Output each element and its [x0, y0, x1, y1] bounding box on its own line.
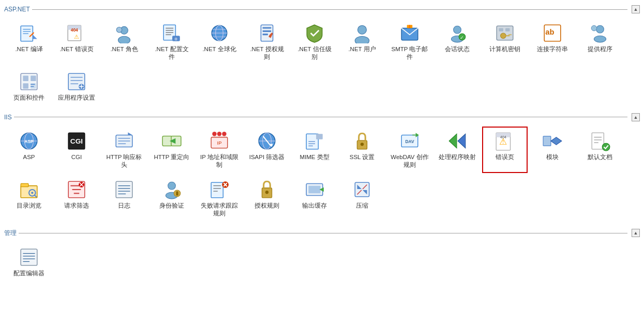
svg-point-29	[355, 36, 369, 43]
svg-point-33	[454, 26, 461, 34]
authz-rules-icon	[257, 179, 277, 200]
svg-point-11	[116, 27, 122, 33]
icon-item-machine-key[interactable]: 计算机密钥	[482, 19, 528, 65]
pages-controls-icon	[19, 71, 39, 92]
collapse-button-iis[interactable]: ▲	[632, 113, 640, 121]
icon-item-dir-browse[interactable]: 目录浏览	[6, 175, 52, 222]
icon-item-request-filter[interactable]: 请求筛选	[54, 175, 99, 222]
output-cache-label: 输出缓存	[302, 202, 327, 210]
provider-label: 提供程序	[588, 45, 612, 53]
collapse-button-aspnet[interactable]: ▲	[632, 5, 640, 13]
svg-text:⚠: ⚠	[74, 34, 79, 40]
icon-item-default-doc[interactable]: 默认文档	[577, 127, 623, 173]
isapi-filter-icon	[257, 131, 277, 151]
icon-item-auth[interactable]: 身份验证	[149, 175, 194, 222]
failed-request-icon	[209, 179, 230, 200]
icon-item-error-page[interactable]: 404 ⚠ 错误页	[482, 127, 528, 173]
config-editor-label: 配置编辑器	[13, 270, 44, 277]
icon-item-authz-rules[interactable]: 授权规则	[244, 175, 290, 222]
config-editor-icon	[19, 247, 39, 268]
icon-item-http-redirect[interactable]: HTTP 重定向	[149, 127, 194, 173]
module-icon	[542, 131, 563, 151]
error-page-label: 错误页	[496, 153, 514, 161]
svg-point-109	[602, 143, 610, 151]
icon-item-isapi-filter[interactable]: ISAPI 筛选器	[244, 127, 290, 173]
webdav-icon: DAV	[399, 131, 420, 151]
icon-item-pages-controls[interactable]: 页面和控件	[6, 67, 52, 106]
svg-point-92	[361, 143, 364, 146]
svg-point-78	[212, 132, 216, 136]
svg-marker-73	[128, 132, 132, 135]
smtp-icon	[399, 23, 420, 43]
icon-item-net-auth[interactable]: .NET 授权规则	[244, 19, 290, 65]
svg-rect-39	[505, 28, 510, 32]
svg-text:ab: ab	[545, 28, 554, 36]
default-doc-icon	[590, 131, 610, 151]
section-header-aspnet: ASP.NET▲	[0, 4, 644, 14]
icon-item-webdav[interactable]: DAV WebDAV 创作规则	[387, 127, 432, 173]
icon-item-asp[interactable]: ASP ASP	[6, 127, 52, 173]
icon-item-net-compile[interactable]: .NET 编译	[6, 19, 52, 65]
section-header-manage: 管理▲	[0, 228, 644, 239]
collapse-button-manage[interactable]: ▲	[632, 229, 640, 237]
section-line-manage	[19, 233, 627, 233]
svg-marker-4	[33, 35, 37, 39]
svg-point-47	[594, 36, 606, 42]
icon-item-net-global[interactable]: .NET 全球化	[197, 19, 242, 65]
net-compile-icon	[19, 23, 39, 43]
icon-item-provider[interactable]: 提供程序	[577, 19, 623, 65]
handler-icon	[447, 131, 468, 151]
icon-item-session[interactable]: ✓ 会话状态	[435, 19, 480, 65]
net-role-icon	[114, 23, 134, 43]
main-container[interactable]: ASP.NET▲ .NET 编译 404 ⚠ .NET 错误页 .NET 角色 …	[0, 0, 644, 313]
icon-item-output-cache[interactable]: 输出缓存	[292, 175, 337, 222]
icon-item-module[interactable]: 模块	[530, 127, 575, 173]
icon-grid-aspnet: .NET 编译 404 ⚠ .NET 错误页 .NET 角色 ⚙ .NET 配置…	[0, 17, 644, 108]
svg-point-40	[501, 33, 506, 39]
provider-icon	[590, 23, 610, 43]
icon-item-handler[interactable]: 处理程序映射	[435, 127, 480, 173]
authz-rules-label: 授权规则	[254, 202, 279, 210]
icon-item-smtp[interactable]: SMTP 电子邮件	[387, 19, 432, 65]
smtp-label: SMTP 电子邮件	[390, 45, 429, 61]
icon-item-cgi[interactable]: CGI CGI	[54, 127, 99, 173]
icon-item-ssl[interactable]: SSL 设置	[339, 127, 385, 173]
isapi-filter-label: ISAPI 筛选器	[249, 153, 285, 161]
svg-rect-52	[23, 83, 28, 89]
icon-item-http-response[interactable]: HTTP 响应标头	[101, 127, 147, 173]
compress-label: 压缩	[356, 202, 368, 210]
svg-point-48	[591, 25, 597, 31]
failed-request-label: 失败请求跟踪规则	[200, 202, 239, 217]
icon-item-net-role[interactable]: .NET 角色	[101, 19, 147, 65]
svg-rect-130	[211, 182, 223, 197]
icon-item-compress[interactable]: 压缩	[339, 175, 385, 222]
svg-text:DAV: DAV	[405, 139, 414, 144]
icon-item-config-editor[interactable]: 配置编辑器	[6, 243, 52, 281]
icon-item-app-settings[interactable]: 应用程序设置	[54, 67, 99, 106]
http-redirect-icon	[161, 131, 182, 151]
net-error-label: .NET 错误页	[59, 45, 93, 53]
icon-item-log[interactable]: 日志	[101, 175, 147, 222]
icon-item-net-user[interactable]: .NET 用户	[339, 19, 385, 65]
net-global-icon	[209, 23, 230, 43]
section-aspnet: ASP.NET▲ .NET 编译 404 ⚠ .NET 错误页 .NET 角色 …	[0, 4, 644, 108]
icon-item-connect-string[interactable]: ab 连接字符串	[530, 19, 575, 65]
icon-grid-iis: ASP ASP CGI CGI HTTP 响应标头 HTTP 重定向 IP IP…	[0, 124, 644, 224]
icon-item-ip-domain[interactable]: IP IP 地址和域限制	[197, 127, 242, 173]
svg-text:CGI: CGI	[70, 137, 83, 145]
icon-item-failed-request[interactable]: 失败请求跟踪规则	[197, 175, 242, 222]
icon-item-net-config[interactable]: ⚙ .NET 配置文件	[149, 19, 194, 65]
icon-item-mime[interactable]: MIME 类型	[292, 127, 337, 173]
svg-rect-140	[355, 182, 369, 196]
icon-item-net-trust[interactable]: .NET 信任级别	[292, 19, 337, 65]
webdav-label: WebDAV 创作规则	[390, 153, 429, 169]
dir-browse-label: 目录浏览	[17, 202, 41, 210]
section-line-iis	[14, 117, 627, 117]
icon-item-net-error[interactable]: 404 ⚠ .NET 错误页	[54, 19, 99, 65]
app-settings-icon	[66, 71, 87, 92]
svg-rect-103	[543, 136, 551, 146]
net-trust-icon	[304, 23, 325, 43]
request-filter-icon	[66, 179, 87, 200]
compress-icon	[352, 179, 372, 200]
asp-label: ASP	[23, 153, 35, 161]
